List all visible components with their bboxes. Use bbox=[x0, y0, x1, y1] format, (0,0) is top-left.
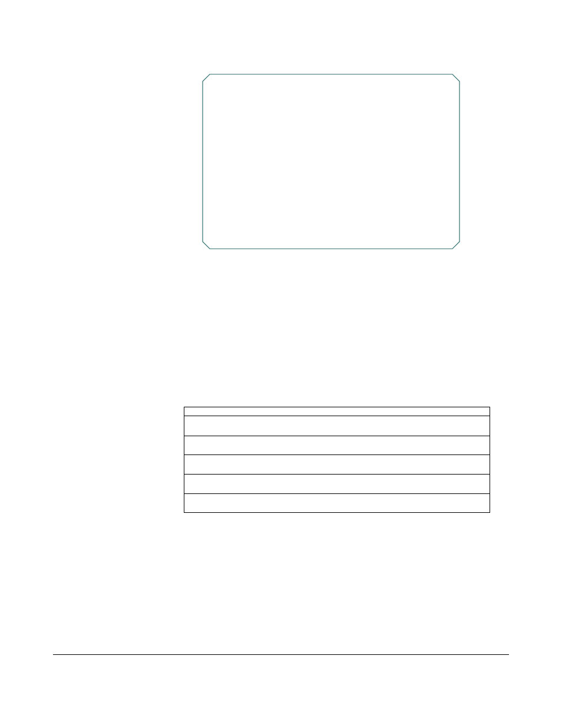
table-row bbox=[184, 407, 490, 416]
chamfered-rectangle-svg bbox=[201, 73, 461, 250]
table-cell bbox=[184, 436, 490, 455]
table-row bbox=[184, 416, 490, 436]
table-row bbox=[184, 494, 490, 513]
page-container bbox=[0, 0, 562, 728]
table-row bbox=[184, 436, 490, 455]
table-cell bbox=[184, 416, 490, 436]
empty-table bbox=[184, 407, 490, 513]
chamfered-rectangle-path bbox=[203, 74, 459, 249]
horizontal-rule bbox=[53, 654, 509, 655]
table-row bbox=[184, 475, 490, 494]
table-row bbox=[184, 455, 490, 475]
chamfered-rectangle bbox=[201, 73, 461, 250]
table-cell bbox=[184, 407, 490, 416]
table-cell bbox=[184, 475, 490, 494]
table-cell bbox=[184, 494, 490, 513]
table-cell bbox=[184, 455, 490, 475]
